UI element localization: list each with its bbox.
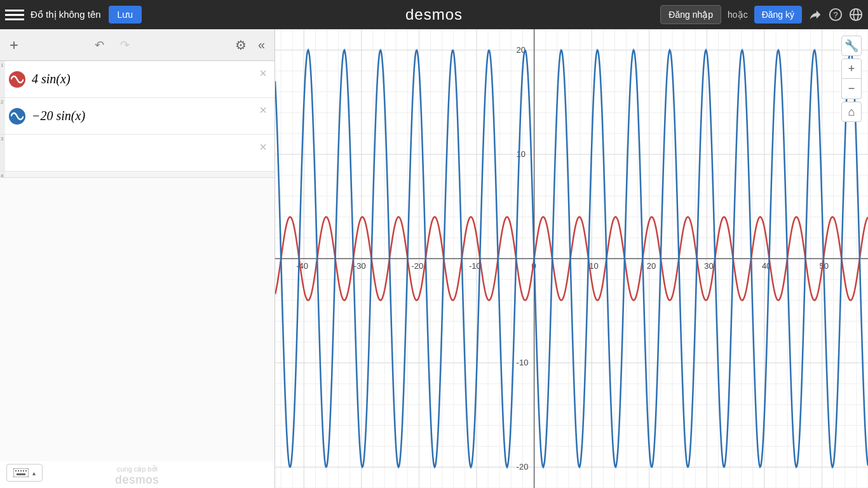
expression-color-icon[interactable] (9, 108, 25, 125)
menu-button[interactable] (5, 5, 24, 24)
graph-canvas[interactable]: -40-30-20-1001020304050-20-101020 🔧 + − … (275, 29, 868, 488)
svg-text:-30: -30 (354, 261, 366, 271)
language-icon[interactable] (849, 8, 863, 22)
expression-number: 4 (1, 173, 3, 179)
expression-row[interactable]: 2 −20 sin(x) × (0, 98, 275, 135)
svg-text:20: 20 (647, 261, 656, 271)
svg-rect-8 (20, 470, 22, 471)
delete-expression-icon[interactable]: × (259, 66, 267, 81)
help-icon[interactable]: ? (829, 8, 843, 22)
expression-row[interactable]: 3 × (0, 135, 275, 172)
signin-button[interactable]: Đăng nhập (660, 5, 721, 24)
undo-button[interactable]: ↶ (95, 38, 104, 52)
delete-expression-icon[interactable]: × (259, 103, 267, 118)
svg-rect-6 (15, 470, 17, 471)
zoom-out-button[interactable]: − (841, 79, 862, 99)
expression-number: 1 (1, 62, 3, 68)
svg-text:-10: -10 (517, 358, 529, 367)
wrench-icon[interactable]: 🔧 (841, 36, 862, 56)
signup-button[interactable]: Đăng ký (754, 6, 802, 24)
share-icon[interactable] (808, 8, 822, 22)
expression-row[interactable]: 1 4 sin(x) × (0, 61, 275, 98)
redo-button[interactable]: ↷ (120, 38, 130, 52)
expression-number: 3 (1, 136, 3, 142)
zoom-in-button[interactable]: + (841, 58, 862, 79)
save-button[interactable]: Lưu (109, 6, 142, 24)
brand-logo: desmos (405, 6, 463, 24)
collapse-panel-icon[interactable]: « (258, 37, 265, 52)
keyboard-toggle[interactable]: ▴ (6, 464, 43, 482)
expression-number: 2 (1, 99, 3, 105)
svg-text:?: ? (833, 10, 837, 20)
svg-text:-20: -20 (411, 261, 423, 271)
svg-text:30: 30 (704, 261, 713, 271)
svg-text:-20: -20 (517, 462, 529, 471)
svg-rect-9 (23, 470, 24, 471)
svg-rect-7 (18, 470, 19, 471)
svg-rect-5 (13, 468, 29, 477)
svg-rect-10 (25, 470, 27, 471)
settings-icon[interactable]: ⚙ (235, 37, 247, 53)
expression-formula[interactable]: −20 sin(x) (32, 109, 275, 123)
svg-text:10: 10 (517, 149, 526, 159)
home-button[interactable]: ⌂ (841, 102, 862, 122)
expression-formula[interactable]: 4 sin(x) (32, 72, 275, 86)
expression-row[interactable]: 4 (0, 172, 275, 178)
expression-color-icon[interactable] (9, 71, 25, 88)
graph-title[interactable]: Đồ thị không tên (31, 9, 101, 20)
expression-list: 1 4 sin(x) × 2 −20 sin(x) × 3 × 4 (0, 61, 275, 461)
svg-rect-11 (17, 473, 25, 475)
delete-expression-icon[interactable]: × (259, 140, 267, 154)
or-text: hoặc (728, 10, 748, 20)
add-expression-button[interactable]: + (10, 36, 18, 54)
